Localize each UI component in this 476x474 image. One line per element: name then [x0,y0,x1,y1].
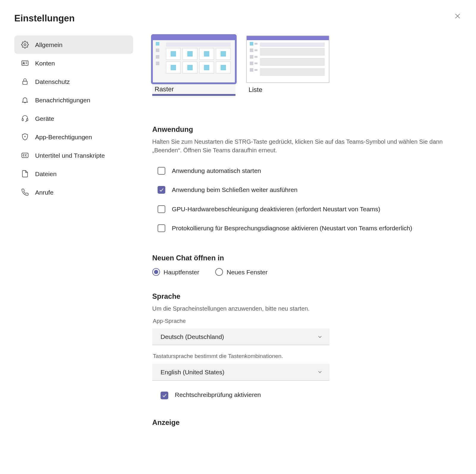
sidebar-item-app-permissions[interactable]: App-Berechtigungen [14,128,133,146]
checkbox-icon [158,167,165,175]
sidebar-item-devices[interactable]: Geräte [14,109,133,128]
file-icon [21,170,29,178]
radio-icon [215,268,223,276]
checkbox-label: Protokollierung für Besprechungsdiagnose… [172,223,412,233]
layout-option-list[interactable]: Liste [246,35,329,98]
svg-rect-9 [26,119,28,121]
bell-icon [21,96,29,104]
sidebar-item-general[interactable]: Allgemein [14,35,133,54]
layout-option-label: Liste [246,85,329,95]
section-description: Um die Spracheinstellungen anzuwenden, b… [152,304,455,313]
checkbox-icon [158,186,165,194]
svg-point-4 [23,62,24,63]
radio-label: Hauptfenster [164,268,199,276]
section-title-display: Anzeige [152,417,455,428]
lock-icon [21,77,29,86]
page-title: Einstellungen [14,12,75,25]
id-card-icon [21,59,29,67]
close-button[interactable] [453,12,462,20]
sidebar-item-label: Datenschutz [35,77,70,86]
phone-icon [21,188,29,196]
gear-icon [21,40,29,49]
radio-label: Neues Fenster [227,268,268,276]
sidebar-item-label: App-Berechtigungen [35,133,92,141]
settings-sidebar: Allgemein Konten Datenschutz Benachricht… [14,35,133,442]
sidebar-item-privacy[interactable]: Datenschutz [14,72,133,91]
field-label-keyboard-language: Tastatursprache bestimmt die Tastenkombi… [153,352,455,360]
headset-icon [21,114,29,123]
section-title-application: Anwendung [152,124,455,134]
sidebar-item-label: Konten [35,59,55,68]
dropdown-app-language[interactable]: Deutsch (Deutschland) [152,328,329,345]
sidebar-item-files[interactable]: Dateien [14,165,133,183]
checkbox-label: Anwendung beim Schließen weiter ausführe… [172,185,298,195]
svg-rect-3 [22,61,28,65]
svg-rect-11 [22,153,28,158]
sidebar-item-label: Allgemein [35,40,62,49]
layout-option-label: Raster [152,85,235,94]
section-title-chat: Neuen Chat öffnen in [152,253,455,263]
checkbox-option-logging[interactable]: Protokollierung für Besprechungsdiagnose… [152,219,455,238]
settings-content: Raster [152,35,462,442]
sidebar-item-label: Untertitel und Transkripte [35,151,105,160]
sidebar-item-calls[interactable]: Anrufe [14,183,133,201]
checkbox-option-disable-gpu[interactable]: GPU-Hardwarebeschleunigung deaktivieren … [152,200,455,219]
svg-point-10 [25,136,25,137]
checkbox-label: Anwendung automatisch starten [172,166,261,176]
sidebar-item-label: Dateien [35,170,56,178]
checkbox-icon [161,392,168,399]
checkbox-option-auto-start[interactable]: Anwendung automatisch starten [152,161,455,181]
sidebar-item-captions[interactable]: Untertitel und Transkripte [14,146,133,165]
checkbox-option-run-on-close[interactable]: Anwendung beim Schließen weiter ausführe… [152,180,455,200]
checkbox-option-spellcheck[interactable]: Rechtschreibprüfung aktivieren [152,388,455,400]
sidebar-item-label: Geräte [35,114,54,123]
sidebar-item-accounts[interactable]: Konten [14,54,133,72]
checkbox-label: GPU-Hardwarebeschleunigung deaktivieren … [172,204,380,214]
section-title-language: Sprache [152,291,455,301]
svg-rect-7 [23,81,27,85]
layout-option-grid[interactable]: Raster [152,35,235,98]
checkbox-icon [158,224,165,232]
section-description: Halten Sie zum Neustarten die STRG-Taste… [152,137,455,155]
svg-rect-8 [22,119,23,121]
svg-point-2 [24,44,26,46]
radio-option-main-window[interactable]: Hauptfenster [152,268,199,276]
radio-option-new-window[interactable]: Neues Fenster [215,268,268,276]
field-label-app-language: App-Sprache [153,317,455,325]
checkbox-label: Rechtschreibprüfung aktivieren [175,390,261,400]
chevron-down-icon [317,369,323,375]
sidebar-item-label: Anrufe [35,188,54,197]
dropdown-keyboard-language[interactable]: English (United States) [152,364,329,381]
dropdown-value: Deutsch (Deutschland) [161,332,224,341]
checkbox-icon [158,205,165,213]
shield-icon [21,133,29,141]
radio-icon [152,268,160,276]
cc-icon [21,151,29,159]
chevron-down-icon [317,334,323,340]
dropdown-value: English (United States) [161,368,224,376]
close-icon [454,13,461,19]
sidebar-item-label: Benachrichtigungen [35,96,90,104]
sidebar-item-notifications[interactable]: Benachrichtigungen [14,91,133,109]
